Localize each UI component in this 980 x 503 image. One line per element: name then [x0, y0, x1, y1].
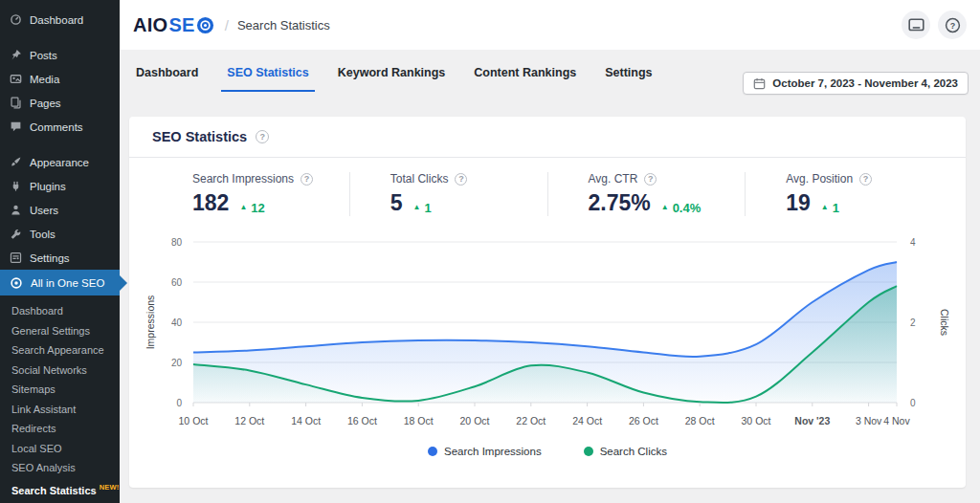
aioseo-submenu: Dashboard General Settings Search Appear… — [0, 295, 120, 500]
tab-seo-statistics[interactable]: SEO Statistics — [227, 66, 308, 79]
sidebar-item-posts[interactable]: Posts — [0, 43, 120, 67]
metric-help-icon[interactable]: ? — [455, 173, 467, 186]
sidebar-item-media[interactable]: Media — [0, 67, 120, 91]
sidebar-item-label: Appearance — [30, 157, 89, 168]
metric-delta: ▲1 — [413, 201, 432, 215]
svg-text:20: 20 — [171, 358, 183, 368]
submenu-item-link-assistant[interactable]: Link Assistant — [11, 400, 120, 420]
question-mark-icon: ? — [945, 17, 961, 33]
sidebar-item-label: Settings — [30, 252, 70, 264]
sidebar-item-tools[interactable]: Tools — [0, 222, 120, 246]
whats-new-button[interactable] — [902, 11, 930, 39]
submenu-item-sitemaps[interactable]: Sitemaps — [11, 380, 120, 400]
metric-delta: ▲0.4% — [661, 201, 702, 215]
metric-help-icon[interactable]: ? — [301, 173, 313, 186]
submenu-item-seo-analysis[interactable]: SEO Analysis — [11, 458, 120, 478]
sidebar-item-pages[interactable]: Pages — [0, 91, 120, 115]
sidebar-item-label: Media — [30, 74, 59, 85]
settings-icon — [10, 252, 22, 264]
sidebar-item-comments[interactable]: Comments — [0, 115, 120, 139]
aioseo-gear-icon — [10, 276, 23, 290]
metric-avg-ctr: Avg. CTR? 2.75%▲0.4% — [547, 172, 746, 216]
sidebar-item-plugins[interactable]: Plugins — [0, 174, 120, 198]
comments-icon — [10, 120, 22, 133]
help-button[interactable]: ? — [938, 11, 967, 39]
svg-text:30 Oct: 30 Oct — [742, 415, 771, 426]
sidebar-item-settings[interactable]: Settings — [0, 246, 120, 270]
legend-search-impressions: Search Impressions — [428, 446, 542, 457]
date-range-picker[interactable]: October 7, 2023 - November 4, 2023 — [743, 72, 969, 95]
pages-icon — [10, 97, 22, 109]
up-arrow-icon: ▲ — [821, 203, 829, 211]
dashboard-icon — [10, 13, 22, 26]
up-arrow-icon: ▲ — [661, 203, 669, 211]
sidebar-item-label: Users — [30, 205, 58, 216]
metric-label: Total Clicks — [390, 172, 449, 186]
metric-label: Search Impressions — [192, 172, 294, 186]
app-header: AIOSE / Search Statistics ? — [120, 0, 980, 50]
submenu-item-redirects[interactable]: Redirects — [11, 419, 120, 439]
svg-text:Nov '23: Nov '23 — [794, 415, 830, 426]
submenu-item-label: Search Statistics — [11, 484, 97, 495]
sidebar-item-users[interactable]: Users — [0, 198, 120, 222]
metric-label: Avg. Position — [786, 172, 853, 186]
sidebar-item-label: Comments — [30, 121, 83, 133]
media-icon — [10, 73, 22, 85]
sidebar-item-label: All in One SEO — [31, 277, 104, 289]
metric-value: 2.75% — [589, 190, 651, 216]
breadcrumb-separator: / — [225, 17, 229, 33]
metric-value: 19 — [786, 190, 811, 216]
appearance-icon — [10, 156, 22, 168]
metric-search-impressions: Search Impressions? 182▲12 — [152, 172, 349, 216]
tab-dashboard[interactable]: Dashboard — [136, 66, 198, 79]
svg-text:12 Oct: 12 Oct — [234, 415, 264, 426]
svg-text:20 Oct: 20 Oct — [460, 415, 490, 426]
svg-text:4: 4 — [910, 237, 916, 248]
tools-icon — [10, 228, 22, 240]
svg-text:28 Oct: 28 Oct — [685, 415, 715, 426]
card-help-icon[interactable]: ? — [256, 130, 269, 143]
tab-settings[interactable]: Settings — [605, 66, 652, 79]
tab-content-rankings[interactable]: Content Rankings — [474, 66, 576, 79]
svg-text:4 Nov: 4 Nov — [883, 415, 910, 426]
metric-total-clicks: Total Clicks? 5▲1 — [349, 172, 547, 216]
submenu-item-local-seo[interactable]: Local SEO — [11, 439, 120, 459]
metric-avg-position: Avg. Position? 19▲1 — [745, 172, 943, 216]
seo-statistics-card: SEO Statistics ? Search Impressions? 182… — [129, 117, 966, 488]
sidebar-item-label: Tools — [30, 229, 56, 240]
svg-text:3 Nov: 3 Nov — [856, 415, 882, 426]
users-icon — [10, 204, 22, 216]
svg-text:14 Oct: 14 Oct — [291, 415, 321, 426]
logo-text-aio: AIO — [133, 14, 167, 36]
metric-value: 182 — [192, 190, 229, 216]
submenu-item-dashboard[interactable]: Dashboard — [11, 301, 120, 321]
tab-keyword-rankings[interactable]: Keyword Rankings — [338, 66, 446, 79]
submenu-item-social-networks[interactable]: Social Networks — [11, 361, 120, 381]
sidebar-item-all-in-one-seo[interactable]: All in One SEO — [0, 270, 120, 295]
svg-text:80: 80 — [171, 237, 183, 248]
metric-help-icon[interactable]: ? — [644, 173, 657, 186]
metric-delta: ▲12 — [239, 201, 264, 215]
y-axis-label-clicks: Clicks — [939, 309, 950, 336]
submenu-item-general-settings[interactable]: General Settings — [11, 321, 120, 341]
sidebar-item-dashboard[interactable]: Dashboard — [0, 8, 120, 32]
metric-label: Avg. CTR — [589, 172, 638, 186]
legend-search-clicks: Search Clicks — [584, 446, 667, 457]
submenu-item-search-statistics[interactable]: Search StatisticsNEW! — [11, 478, 120, 500]
wp-admin-sidebar: Dashboard Posts Media Pages Comments App… — [0, 0, 120, 503]
metric-value: 5 — [390, 190, 403, 216]
svg-text:0: 0 — [176, 398, 182, 408]
active-menu-arrow — [120, 275, 127, 291]
card-title: SEO Statistics — [152, 129, 247, 144]
sidebar-item-appearance[interactable]: Appearance — [0, 150, 120, 174]
new-badge: NEW! — [100, 483, 120, 492]
svg-text:60: 60 — [171, 277, 183, 288]
pin-icon — [10, 49, 22, 61]
metric-help-icon[interactable]: ? — [859, 173, 872, 186]
svg-text:24 Oct: 24 Oct — [572, 415, 602, 426]
metric-delta: ▲1 — [821, 201, 839, 215]
card-header: SEO Statistics ? — [129, 117, 966, 158]
submenu-item-search-appearance[interactable]: Search Appearance — [11, 340, 120, 361]
date-range-label: October 7, 2023 - November 4, 2023 — [772, 77, 958, 89]
logo-gear-icon — [196, 16, 214, 34]
